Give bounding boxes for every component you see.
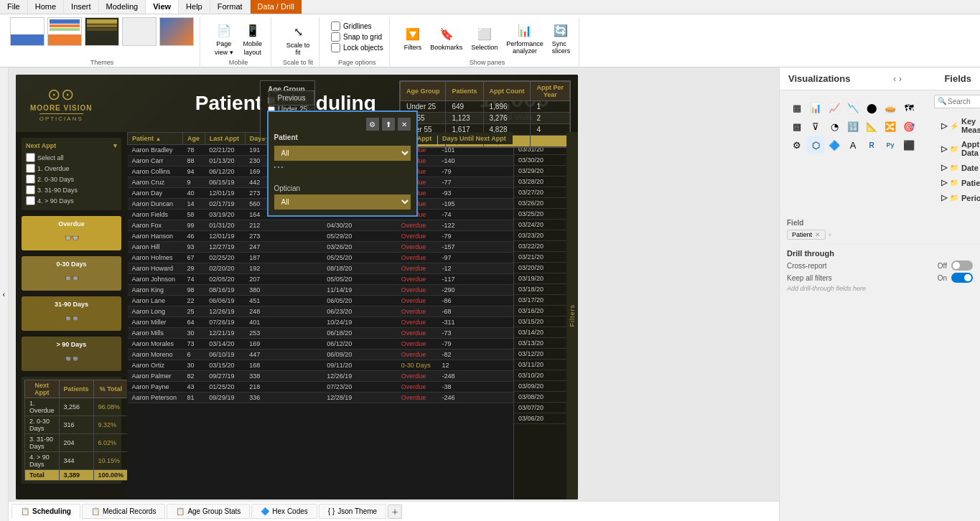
tab-insert[interactable]: Insert [64, 0, 99, 14]
table-row: Aaron Lane2206/06/1945106/05/20Overdue-8… [128, 296, 513, 306]
patient-drill-select[interactable]: All [274, 146, 411, 161]
viz-kpi-icon[interactable]: 📐 [863, 118, 880, 135]
mobile-layout-btn[interactable]: 📱 Mobile layout [241, 20, 266, 57]
drill-toolbar-btn-3[interactable]: ✕ [398, 118, 411, 131]
filters-side-panel[interactable]: Filters [566, 132, 578, 499]
tab-format[interactable]: Format [210, 0, 251, 14]
viz-text-icon[interactable]: A [844, 136, 862, 154]
logo-name: MOORE VISION [30, 104, 92, 112]
drill-through-title: Drill through [787, 249, 973, 258]
category-overdue[interactable]: Overdue 👓 [22, 216, 121, 250]
theme-1[interactable] [10, 17, 45, 46]
selection-btn[interactable]: ⬜ Selection [468, 24, 500, 52]
tab-modeling[interactable]: Modeling [99, 0, 146, 14]
add-tab-button[interactable]: + [388, 504, 402, 519]
category-gt-90[interactable]: > 90 Days 👓 [22, 337, 121, 371]
table-row: 4. > 90 Days 344 10.15% [25, 452, 128, 470]
drill-fields-placeholder: Add drill-through fields here [787, 285, 973, 292]
gt-90-glasses-icon: 👓 [27, 351, 116, 367]
viz-shape-icon[interactable]: 🔷 [826, 136, 843, 154]
canvas: ⊙⊙ MOORE VISION OPTICIANS Patient Schedu… [9, 67, 779, 521]
show-panes-label: Show panes [470, 59, 505, 66]
panel-right-arrow[interactable]: › [899, 74, 902, 84]
col-days-until: Days Until Next Appt [438, 133, 513, 145]
drill-toolbar-btn-2[interactable]: ⬆ [382, 118, 395, 131]
cross-report-switch[interactable] [951, 260, 973, 271]
previous-button[interactable]: Previous [269, 90, 315, 105]
viz-funnel-icon[interactable]: ⊽ [807, 118, 824, 135]
logo-glasses: ⊙⊙ [47, 85, 75, 104]
ribbon-group-themes: Themes [4, 17, 200, 66]
optician-drill-select[interactable]: All [274, 194, 411, 210]
viz-bar-icon[interactable]: 📊 [807, 99, 824, 116]
viz-waterfall-icon[interactable]: ⚙ [788, 136, 806, 154]
tab-help[interactable]: Help [179, 0, 210, 14]
viz-custom-icon[interactable]: ⬡ [807, 136, 824, 154]
table-row: Aaron Holmes6702/25/2018705/25/20Overdue… [128, 253, 513, 263]
viz-treemap-icon[interactable]: ▩ [788, 118, 806, 135]
tab-hex-codes[interactable]: 🔷 Hex Codes [251, 504, 317, 519]
field-group-date: ▷ 📁 Date [941, 161, 980, 174]
sync-slicers-btn[interactable]: 🔄 Syncslicers [549, 20, 574, 56]
drill-toolbar-btn-1[interactable]: ⚙ [366, 118, 379, 131]
drill-through-section: Drill through Cross-report Off Keep all … [780, 245, 980, 297]
tab-scheduling[interactable]: 📋 Scheduling [11, 504, 80, 519]
tab-view[interactable]: View [146, 0, 179, 14]
appt-data-header[interactable]: ▷ 📁 Appt Data [941, 139, 980, 159]
scale-to-fit-btn[interactable]: ⤡ Scale tofit [284, 17, 313, 57]
theme-3[interactable] [85, 17, 119, 46]
viz-card-icon[interactable]: 🔢 [844, 118, 862, 135]
filter-select-all-appt[interactable]: Select all [26, 152, 117, 163]
keep-filters-toggle: On [938, 273, 973, 283]
filter-overdue[interactable]: 1. Overdue [26, 163, 117, 174]
left-collapse-btn[interactable]: ‹ [0, 67, 9, 521]
drill-panel-title: Patient [274, 133, 411, 141]
right-panel-header: Visualizations ‹ › Fields [780, 67, 980, 90]
patient-header[interactable]: ▷ 📁 Patient [941, 177, 980, 189]
category-31-90[interactable]: 31-90 Days 👓 [22, 296, 121, 331]
gt-90-title: > 90 Days [27, 341, 116, 348]
viz-py-icon[interactable]: Py [882, 136, 899, 154]
period-header[interactable]: ▷ 📁 Period [941, 192, 980, 204]
viz-area-icon[interactable]: 📉 [844, 99, 862, 116]
table-row: Aaron Hanson4612/01/1927305/29/20Overdue… [128, 231, 513, 242]
table-row: Aaron Miller6407/26/1940110/24/19Overdue… [128, 317, 513, 328]
viz-scatter-icon[interactable]: ⬤ [863, 99, 880, 116]
viz-grid: ▦ 📊 📈 📉 ⬤ 🥧 🗺 ▩ ⊽ ◔ 🔢 📐 🔀 🎯 ⚙ ⬡ [784, 95, 922, 158]
filter-31-90[interactable]: 3. 31-90 Days [26, 184, 117, 195]
viz-gauge-icon[interactable]: ◔ [826, 118, 843, 135]
gridlines-checkbox[interactable]: Gridlines [331, 22, 383, 31]
viz-map-icon[interactable]: 🗺 [900, 99, 918, 116]
viz-matrix-icon[interactable]: 🎯 [900, 118, 918, 135]
viz-ai-icon[interactable]: ⬛ [900, 136, 918, 154]
performance-btn[interactable]: 📊 Performanceanalyzer [503, 20, 546, 56]
page-view-btn[interactable]: 📄 Page view ▾ [212, 20, 236, 57]
panel-left-arrow[interactable]: ‹ [893, 74, 896, 84]
theme-4[interactable] [122, 17, 157, 46]
tab-file[interactable]: File [0, 0, 28, 14]
filter-gt-90[interactable]: 4. > 90 Days [26, 195, 117, 206]
theme-2[interactable] [47, 17, 82, 46]
lock-objects-checkbox[interactable]: Lock objects [331, 43, 383, 52]
field-badge-remove[interactable]: ✕ [815, 231, 821, 238]
filters-btn[interactable]: 🔽 Filters [401, 24, 425, 52]
tab-home[interactable]: Home [28, 0, 64, 14]
filter-0-30[interactable]: 2. 0-30 Days [26, 174, 117, 184]
theme-5[interactable] [159, 17, 194, 46]
tab-data-drill[interactable]: Data / Drill [251, 0, 302, 14]
viz-slicer-icon[interactable]: 🔀 [882, 118, 899, 135]
category-0-30[interactable]: 0-30 Days 👓 [22, 256, 121, 291]
tab-age-group-stats[interactable]: 📋 Age Group Stats [167, 504, 250, 519]
tab-json-theme[interactable]: { } Json Theme [319, 504, 386, 519]
viz-line-icon[interactable]: 📈 [826, 99, 843, 116]
bookmarks-btn[interactable]: 🔖 Bookmarks [427, 24, 465, 52]
field-group-period: ▷ 📁 Period [941, 192, 980, 204]
date-header[interactable]: ▷ 📁 Date [941, 161, 980, 174]
tab-medical-records[interactable]: 📋 Medical Records [82, 504, 165, 519]
key-measures-header[interactable]: ▷ ⚡ Key Measures [941, 116, 980, 136]
snap-to-grid-checkbox[interactable]: Snap to grid [331, 32, 383, 42]
viz-table-icon[interactable]: ▦ [788, 99, 806, 116]
viz-pie-icon[interactable]: 🥧 [882, 99, 899, 116]
viz-r-icon[interactable]: R [863, 136, 880, 154]
keep-filters-switch[interactable] [951, 273, 973, 283]
